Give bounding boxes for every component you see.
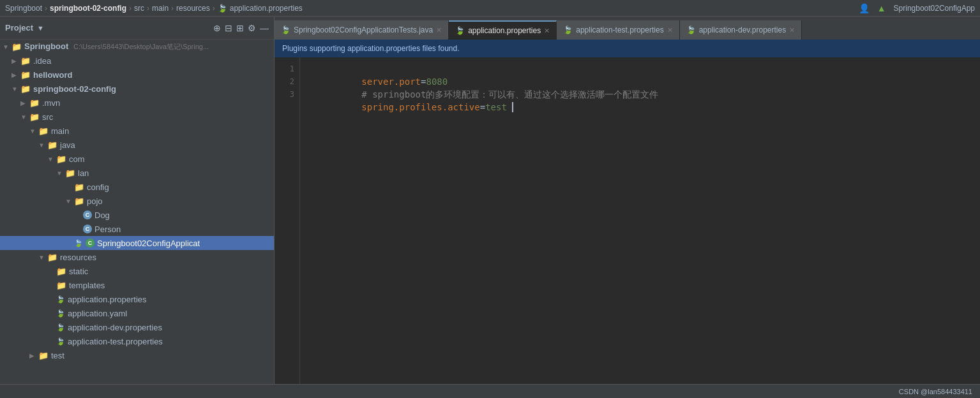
test-label: test <box>51 351 274 360</box>
mvn-arrow: ▶ <box>20 100 29 107</box>
tab-app-test-props[interactable]: 🍃 application-test.properties ✕ <box>557 20 679 40</box>
sidebar-icon-collapse[interactable]: ⊟ <box>225 23 232 33</box>
sidebar-icon-settings[interactable]: ⚙ <box>248 23 256 33</box>
static-folder-icon: 📁 <box>56 267 66 276</box>
code-area[interactable]: server.port=8080 # springboot的多环境配置：可以有、… <box>300 57 980 384</box>
line-numbers: 1 2 3 <box>275 57 300 384</box>
line-num-1: 1 <box>275 63 299 75</box>
sidebar-item-src[interactable]: ▼ 📁 src <box>0 110 274 124</box>
tab-app-props-label: application.properties <box>468 26 541 35</box>
tab-app-props-icon: 🍃 <box>455 26 465 35</box>
sidebar-item-lan[interactable]: ▼ 📁 lan <box>0 166 274 180</box>
com-label: com <box>69 154 274 164</box>
breadcrumb-bar: Springboot › springboot-02-config › src … <box>0 0 980 17</box>
tab-app-props[interactable]: 🍃 application.properties ✕ <box>449 20 557 40</box>
sidebar-header: Project ▼ ⊕ ⊟ ⊞ ⚙ — <box>0 17 274 40</box>
root-label: Springboot C:\Users\58443\Desktop\Java笔记… <box>24 41 274 52</box>
status-right: CSDN @lan584433411 <box>899 388 972 395</box>
helloword-label: helloword <box>33 70 274 80</box>
tab-test-java-label: Springboot02ConfigApplicationTests.java <box>294 26 433 34</box>
sidebar-icons: ⊕ ⊟ ⊞ ⚙ — <box>213 23 269 33</box>
idea-label: .idea <box>33 56 274 66</box>
config-folder-icon: 📁 <box>20 84 31 94</box>
tab-app-test-props-label: application-test.properties <box>576 26 663 34</box>
sidebar-content[interactable]: ▼ 📁 Springboot C:\Users\58443\Desktop\Ja… <box>0 40 274 384</box>
helloword-folder-icon: 📁 <box>20 70 31 80</box>
sidebar-dropdown[interactable]: ▼ <box>37 24 44 32</box>
mvn-folder-icon: 📁 <box>29 98 40 108</box>
sidebar-item-resources[interactable]: ▼ 📁 resources <box>0 250 274 264</box>
sidebar-item-idea[interactable]: ▶ 📁 .idea <box>0 54 274 68</box>
tab-test-java-close[interactable]: ✕ <box>436 26 442 34</box>
sidebar-item-mvn[interactable]: ▶ 📁 .mvn <box>0 96 274 110</box>
editor-content[interactable]: 1 2 3 server.port=8080 # springboot的多环境配… <box>275 57 980 384</box>
tab-test-java[interactable]: 🍃 Springboot02ConfigApplicationTests.jav… <box>275 20 449 40</box>
tab-app-props-close[interactable]: ✕ <box>544 27 550 35</box>
sidebar-item-springboot02config[interactable]: ▼ 📁 springboot-02-config <box>0 82 274 96</box>
main-layout: Project ▼ ⊕ ⊟ ⊞ ⚙ — ▼ 📁 Springboot C:\Us… <box>0 17 980 384</box>
main-arrow: ▼ <box>29 128 38 135</box>
sidebar-item-pojo[interactable]: ▼ 📁 pojo <box>0 194 274 208</box>
config-label: springboot-02-config <box>33 84 274 94</box>
java-arrow: ▼ <box>38 142 47 149</box>
breadcrumb-resources[interactable]: resources <box>176 4 210 13</box>
editor-area: 🍃 Springboot02ConfigApplicationTests.jav… <box>275 17 980 384</box>
tab-test-java-icon: 🍃 <box>281 26 290 34</box>
breadcrumb-src[interactable]: src <box>134 4 144 13</box>
tab-app-dev-props[interactable]: 🍃 application-dev.properties ✕ <box>680 20 803 40</box>
tab-bar: 🍃 Springboot02ConfigApplicationTests.jav… <box>275 17 980 40</box>
sidebar-item-helloword[interactable]: ▶ 📁 helloword <box>0 68 274 82</box>
java-label: java <box>60 140 274 150</box>
pojo-arrow: ▼ <box>65 198 74 205</box>
pojo-folder-icon: 📁 <box>74 196 84 206</box>
tree-root[interactable]: ▼ 📁 Springboot C:\Users\58443\Desktop\Ja… <box>0 40 274 54</box>
comment-1: # springboot的多环境配置：可以有、通过这个选择激活哪一个配置文件 <box>361 89 658 100</box>
breadcrumb-config[interactable]: springboot-02-config <box>50 4 126 13</box>
sidebar-item-static[interactable]: 📁 static <box>0 264 274 278</box>
prop-val-1: 8080 <box>426 77 448 87</box>
prop-val-3: test <box>485 102 507 112</box>
sidebar-item-main-class[interactable]: 🍃 C Springboot02ConfigApplicat <box>0 236 274 250</box>
main-class-icon: C <box>86 239 94 247</box>
sidebar-icon-locate[interactable]: ⊕ <box>213 23 221 33</box>
sidebar-item-java[interactable]: ▼ 📁 java <box>0 138 274 152</box>
line-num-2: 2 <box>275 75 299 88</box>
sidebar-item-templates[interactable]: 📁 templates <box>0 278 274 292</box>
breadcrumb-springboot[interactable]: Springboot <box>5 4 42 13</box>
com-folder-icon: 📁 <box>56 154 66 164</box>
templates-folder-icon: 📁 <box>56 281 66 290</box>
sidebar-item-config-pkg[interactable]: 📁 config <box>0 180 274 194</box>
app-yaml-icon: 🍃 <box>56 309 65 318</box>
sidebar-icon-expand[interactable]: ⊞ <box>236 23 244 33</box>
sidebar-item-main[interactable]: ▼ 📁 main <box>0 124 274 138</box>
sidebar-item-app-test-props[interactable]: 🍃 application-test.properties <box>0 334 274 348</box>
sidebar-item-app-yaml[interactable]: 🍃 application.yaml <box>0 306 274 320</box>
sidebar-item-app-props[interactable]: 🍃 application.properties <box>0 292 274 306</box>
mvn-label: .mvn <box>42 98 274 108</box>
tab-app-dev-props-label: application-dev.properties <box>699 26 787 34</box>
main-folder-icon: 📁 <box>38 126 49 136</box>
breadcrumb-file[interactable]: application.properties <box>230 4 303 13</box>
sidebar-icon-minimize[interactable]: — <box>260 23 269 33</box>
tab-app-test-props-close[interactable]: ✕ <box>667 26 673 34</box>
sidebar-item-person[interactable]: C Person <box>0 222 274 236</box>
app-props-icon: 🍃 <box>56 295 65 304</box>
lan-arrow: ▼ <box>56 170 65 177</box>
breadcrumb-right: 👤 ▲ Springboot02ConfigApp <box>859 3 975 13</box>
idea-arrow: ▶ <box>11 57 20 64</box>
sidebar-item-dog[interactable]: C Dog <box>0 208 274 222</box>
prop-key-1: server.port <box>361 77 421 87</box>
tab-app-dev-props-close[interactable]: ✕ <box>789 26 795 34</box>
sidebar-item-app-dev-props[interactable]: 🍃 application-dev.properties <box>0 320 274 334</box>
root-arrow: ▼ <box>3 43 11 50</box>
root-folder-icon: 📁 <box>11 42 22 52</box>
sidebar-title: Project <box>5 23 33 33</box>
test-folder-icon: 📁 <box>38 351 49 360</box>
app-dev-props-icon: 🍃 <box>56 323 65 332</box>
breadcrumb-main[interactable]: main <box>152 4 169 13</box>
config-arrow: ▼ <box>11 85 20 92</box>
sidebar-item-com[interactable]: ▼ 📁 com <box>0 152 274 166</box>
pojo-label: pojo <box>87 196 274 206</box>
sidebar-item-test[interactable]: ▶ 📁 test <box>0 348 274 362</box>
user-icon[interactable]: 👤 <box>859 3 870 13</box>
